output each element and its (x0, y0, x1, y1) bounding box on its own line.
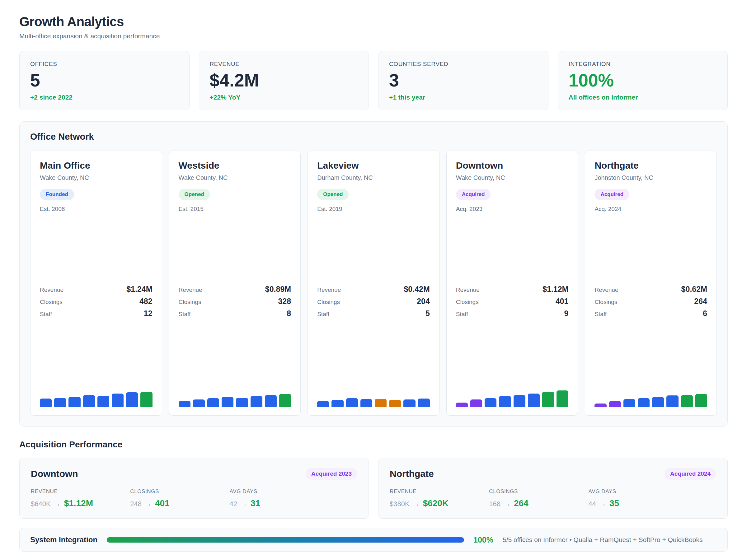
chart-bar (69, 397, 80, 407)
office-location: Wake County, NC (456, 174, 569, 181)
office-card-main-office: Main Office Wake County, NC Founded Est.… (30, 151, 162, 416)
stat-row-staff: Staff 9 (456, 309, 569, 318)
spacer (317, 321, 430, 390)
chart-bar (193, 399, 205, 407)
office-card-northgate: Northgate Johnston County, NC Acquired A… (585, 151, 717, 416)
stat-value: 100% (569, 71, 717, 90)
mini-bar-chart (317, 390, 430, 407)
metric-before: $640K (31, 500, 51, 508)
acquisition-name: Downtown (31, 469, 78, 479)
stat-row-revenue: Revenue $1.24M (40, 285, 153, 294)
stat-row-revenue: Revenue $0.62M (594, 285, 707, 294)
stat-row-staff: Staff 5 (317, 309, 430, 318)
metric-label: CLOSINGS (489, 488, 588, 495)
stat-val: 328 (278, 297, 291, 306)
stat-key: Closings (594, 299, 617, 305)
stat-val: 482 (139, 297, 153, 306)
chart-bar (236, 398, 248, 407)
acquisition-metrics: REVENUE $640K → $1.12M CLOSINGS 248 → 40… (31, 488, 357, 508)
stat-row-closings: Closings 328 (179, 297, 291, 306)
chart-bar (542, 392, 554, 407)
spacer (594, 212, 707, 282)
stat-val: 264 (694, 297, 707, 306)
stat-key: Revenue (456, 287, 480, 293)
stat-val: 9 (564, 309, 568, 318)
office-card-westside: Westside Wake County, NC Opened Est. 201… (169, 151, 301, 416)
chart-bar (652, 397, 664, 407)
office-name: Northgate (594, 160, 707, 171)
chart-bar (638, 398, 650, 407)
acquisition-name: Northgate (390, 469, 434, 479)
mini-bar-chart (594, 390, 707, 407)
stat-card-counties: COUNTIES SERVED 3 +1 this year (378, 51, 548, 110)
chart-bar (97, 396, 109, 407)
office-card-downtown: Downtown Wake County, NC Acquired Acq. 2… (446, 151, 578, 416)
office-since: Acq. 2024 (594, 206, 707, 212)
chart-bar (594, 403, 606, 407)
acquired-year-badge: Acquired 2024 (665, 468, 716, 480)
office-location: Wake County, NC (179, 174, 291, 181)
metric-after: 264 (514, 499, 529, 508)
stat-label: INTEGRATION (569, 61, 717, 68)
office-stats: Revenue $0.89M Closings 328 Staff 8 (179, 282, 291, 321)
chart-bar (499, 396, 511, 407)
stat-delta: +1 this year (389, 94, 538, 101)
office-location: Wake County, NC (40, 174, 153, 181)
system-integration-bar: System Integration 100% 5/5 offices on I… (19, 528, 728, 552)
stat-val: 401 (556, 297, 569, 306)
stat-key: Staff (179, 311, 191, 318)
metric-after: $1.12M (64, 499, 93, 508)
chart-bar (265, 395, 277, 407)
chart-bar (179, 401, 190, 407)
arrow-icon: → (240, 500, 247, 508)
office-network-section: Office Network Main Office Wake County, … (19, 121, 728, 427)
stat-delta: All offices on Informer (569, 94, 717, 101)
chart-bar (126, 392, 138, 407)
acquisition-grid: Downtown Acquired 2023 REVENUE $640K → $… (19, 458, 728, 518)
stat-val: 12 (144, 309, 153, 318)
chart-bar (375, 399, 387, 407)
acquisition-section-title: Acquisition Performance (19, 439, 728, 450)
mini-bar-chart (40, 390, 153, 407)
stat-value: $4.2M (210, 71, 358, 90)
acquisition-card-downtown: Downtown Acquired 2023 REVENUE $640K → $… (19, 458, 369, 518)
stat-value: 3 (389, 71, 538, 90)
chart-bar (346, 398, 358, 407)
metric-avg-days: AVG DAYS 42 → 31 (230, 488, 324, 508)
stat-delta: +2 since 2022 (30, 94, 179, 101)
stat-row-revenue: Revenue $0.42M (317, 285, 430, 294)
chart-bar (456, 403, 468, 407)
metric-before: 44 (589, 500, 596, 508)
chart-bar (317, 401, 329, 407)
office-name: Downtown (456, 160, 569, 171)
metric-values: 248 → 401 (130, 499, 229, 508)
office-name: Main Office (40, 160, 153, 171)
status-badge: Opened (317, 189, 349, 200)
stat-key: Staff (40, 311, 52, 318)
metric-before: 42 (230, 500, 237, 508)
arrow-icon: → (599, 500, 606, 508)
stat-card-revenue: REVENUE $4.2M +22% YoY (199, 51, 369, 110)
chart-bar (403, 399, 415, 407)
stat-row-closings: Closings 401 (456, 297, 569, 306)
metric-values: 44 → 35 (589, 499, 683, 508)
mini-bar-chart (456, 390, 569, 407)
chart-bar (222, 397, 233, 407)
stat-val: $0.42M (404, 285, 430, 294)
metric-values: 168 → 264 (489, 499, 588, 508)
office-since: Est. 2019 (317, 206, 430, 212)
spacer (594, 321, 707, 390)
integration-description: 5/5 offices on Informer • Qualia + RamQu… (503, 536, 703, 543)
metric-after: $620K (423, 499, 449, 508)
metric-after: 35 (610, 499, 619, 508)
metric-after: 401 (155, 499, 170, 508)
stat-val: 6 (703, 309, 707, 318)
stat-val: $1.24M (126, 285, 152, 294)
page-header: Growth Analytics Multi-office expansion … (19, 14, 728, 40)
stat-key: Revenue (317, 287, 341, 293)
chart-bar (279, 394, 291, 407)
status-badge: Acquired (594, 189, 629, 200)
metric-closings: CLOSINGS 168 → 264 (489, 488, 588, 508)
metric-label: AVG DAYS (230, 488, 324, 495)
stat-value: 5 (30, 71, 179, 90)
